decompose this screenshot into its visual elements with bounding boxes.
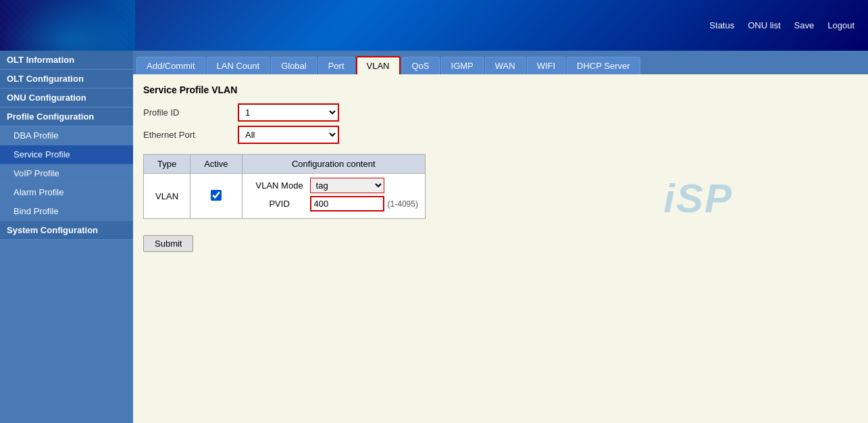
- profile-id-select[interactable]: 123: [238, 103, 339, 122]
- tab-igmp[interactable]: IGMP: [441, 57, 484, 74]
- table-header-row: Type Active Configuration content: [144, 155, 426, 174]
- cell-config: VLAN ModetagtransparenttranslatePVID(1-4…: [242, 174, 425, 219]
- sidebar-item-dba-profile[interactable]: DBA Profile: [0, 126, 133, 145]
- active-checkbox[interactable]: [211, 190, 222, 201]
- vlan-mode-select[interactable]: tagtransparenttranslate: [310, 178, 384, 193]
- pvid-input[interactable]: [310, 196, 384, 211]
- tab-add-commit[interactable]: Add/Commit: [136, 57, 205, 74]
- main-content: Add/CommitLAN CountGlobalPortVLANQoSIGMP…: [133, 51, 868, 423]
- sidebar-section-olt-configuration[interactable]: OLT Configuration: [0, 70, 133, 89]
- pvid-label: PVID: [249, 199, 310, 209]
- logout-link[interactable]: Logout: [827, 20, 854, 30]
- sidebar-section-onu-configuration[interactable]: ONU Configuration: [0, 89, 133, 107]
- sidebar-section-profile-configuration[interactable]: Profile Configuration: [0, 107, 133, 126]
- sidebar-item-voip-profile[interactable]: VoIP Profile: [0, 164, 133, 183]
- sidebar-item-alarm-profile[interactable]: Alarm Profile: [0, 183, 133, 202]
- vlan-mode-row: VLAN Modetagtransparenttranslate: [249, 178, 418, 193]
- profile-id-row: Profile ID 123: [143, 103, 858, 122]
- table-row: VLANVLAN ModetagtransparenttranslatePVID…: [144, 174, 426, 219]
- tab-bar: Add/CommitLAN CountGlobalPortVLANQoSIGMP…: [133, 51, 868, 74]
- sidebar-section-system-configuration[interactable]: System Configuration: [0, 221, 133, 240]
- tab-global[interactable]: Global: [271, 57, 317, 74]
- pvid-hint: (1-4095): [388, 199, 418, 209]
- pvid-row: PVID(1-4095): [249, 196, 418, 211]
- submit-row: Submit: [143, 227, 858, 252]
- ethernet-port-select[interactable]: AllPort1Port2Port3Port4: [238, 126, 339, 144]
- vlan-mode-label: VLAN Mode: [249, 180, 310, 191]
- tab-wan[interactable]: WAN: [485, 57, 526, 74]
- ethernet-port-row: Ethernet Port AllPort1Port2Port3Port4: [143, 126, 858, 144]
- sidebar-item-bind-profile[interactable]: Bind Profile: [0, 202, 133, 221]
- watermark: iSP: [663, 175, 733, 222]
- sidebar: OLT InformationOLT ConfigurationONU Conf…: [0, 51, 133, 423]
- cell-active: [190, 174, 242, 219]
- sidebar-section-olt-information[interactable]: OLT Information: [0, 51, 133, 70]
- tab-dhcp-server[interactable]: DHCP Server: [567, 57, 640, 74]
- tab-vlan[interactable]: VLAN: [356, 56, 401, 74]
- tab-qos[interactable]: QoS: [402, 57, 440, 74]
- header: StatusONU listSaveLogout: [0, 0, 868, 51]
- cell-type: VLAN: [144, 174, 190, 219]
- tab-wifi[interactable]: WIFI: [527, 57, 565, 74]
- col-type: Type: [144, 155, 190, 174]
- col-active: Active: [190, 155, 242, 174]
- header-background: [0, 0, 135, 51]
- page-title: Service Profile VLAN: [143, 84, 858, 95]
- tab-lan-count[interactable]: LAN Count: [207, 57, 270, 74]
- ethernet-port-label: Ethernet Port: [143, 130, 238, 140]
- header-navigation: StatusONU listSaveLogout: [709, 20, 854, 30]
- vlan-table: Type Active Configuration content VLANVL…: [143, 154, 426, 219]
- profile-id-label: Profile ID: [143, 107, 238, 118]
- sidebar-item-service-profile[interactable]: Service Profile: [0, 145, 133, 164]
- onu-list-link[interactable]: ONU list: [748, 20, 780, 30]
- submit-button[interactable]: Submit: [143, 235, 193, 252]
- col-config: Configuration content: [242, 155, 425, 174]
- tab-port[interactable]: Port: [318, 57, 355, 74]
- save-link[interactable]: Save: [794, 20, 815, 30]
- status-link[interactable]: Status: [709, 20, 734, 30]
- content-area: Service Profile VLAN Profile ID 123 Ethe…: [133, 74, 868, 262]
